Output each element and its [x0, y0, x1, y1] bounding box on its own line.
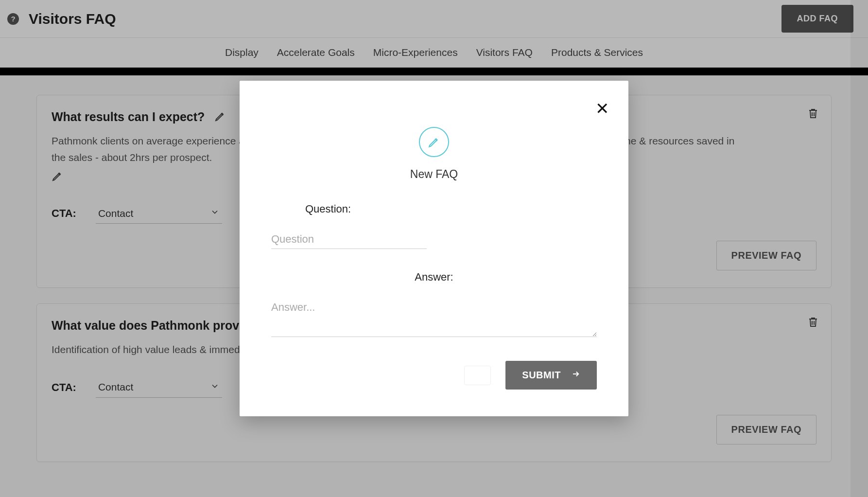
close-icon[interactable]: ✕ — [595, 100, 609, 117]
modal-overlay[interactable]: ✕ New FAQ Question: Answer: SUBMIT — [0, 0, 868, 497]
answer-input[interactable] — [271, 298, 597, 337]
modal-title: New FAQ — [410, 168, 458, 181]
arrow-right-icon — [572, 370, 580, 381]
answer-field-label: Answer: — [271, 271, 597, 284]
submit-label: SUBMIT — [522, 370, 561, 381]
submit-button[interactable]: SUBMIT — [505, 361, 597, 390]
edit-note-icon — [419, 127, 449, 157]
cancel-button[interactable] — [464, 366, 491, 385]
question-input[interactable] — [271, 230, 427, 249]
new-faq-modal: ✕ New FAQ Question: Answer: SUBMIT — [240, 81, 628, 416]
question-field-label: Question: — [305, 203, 597, 215]
